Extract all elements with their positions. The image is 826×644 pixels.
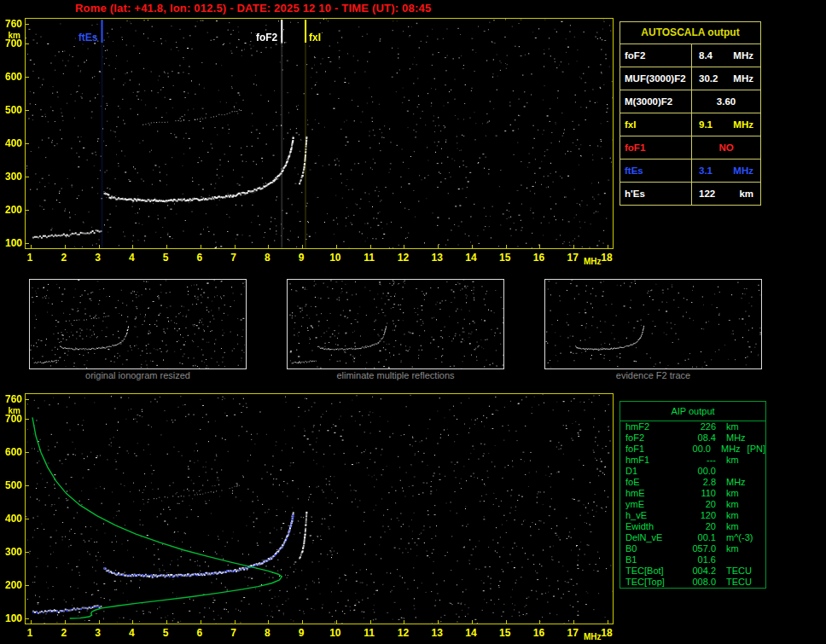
- aip-value: 20: [682, 521, 716, 532]
- x-axis-tick-12-aip: 12: [394, 627, 411, 639]
- aip-extra: [739, 455, 746, 466]
- autoscala-param-label: foF2: [620, 44, 692, 67]
- x-axis-tick-17-main: 17: [564, 252, 581, 264]
- autoscala-value: 3.1: [699, 160, 713, 182]
- autoscala-row-MUF(3000)F2: MUF(3000)F230.2MHz: [620, 67, 760, 90]
- autoscala-value-cell: 3.60: [692, 90, 760, 113]
- x-axis-tick-2-aip: 2: [55, 627, 73, 639]
- x-axis-tick-10-main: 10: [327, 252, 344, 264]
- aip-param: foE: [620, 477, 682, 488]
- aip-row-TEC[Top]: TEC[Top]008.0TECU: [620, 577, 765, 588]
- aip-unit: MHz: [716, 432, 746, 444]
- aip-param: foF2: [620, 432, 682, 444]
- aip-extra: [739, 421, 746, 432]
- aip-row-foF1: foF100.0MHz[PN]: [620, 444, 765, 455]
- y-axis-unit-label-main: km: [0, 31, 20, 40]
- aip-param: B0: [620, 543, 682, 554]
- y-axis-tick-760-main: 760: [0, 18, 22, 30]
- thumbnail-eliminate-canvas: [288, 280, 503, 368]
- aip-value: 00.1: [682, 532, 716, 543]
- autoscala-row-h'Es: h'Es122km: [620, 182, 760, 205]
- aip-extra: [739, 510, 746, 521]
- thumbnail-original-ionogram: [29, 279, 247, 369]
- aip-row-Ewidth: Ewidth20km: [620, 521, 765, 532]
- x-axis-tick-16-main: 16: [530, 252, 547, 264]
- aip-extra: [753, 532, 759, 543]
- aip-param: foF1: [620, 444, 678, 455]
- aip-param: hmF1: [620, 455, 682, 466]
- aip-row-B0: B0057.0km: [620, 543, 765, 554]
- aip-value: 08.4: [682, 432, 716, 444]
- aip-extra: [726, 554, 733, 566]
- aip-unit: TECU: [716, 566, 752, 577]
- aip-unit: km: [716, 488, 739, 499]
- x-axis-tick-1-aip: 1: [21, 627, 38, 639]
- aip-row-hmF1: hmF1---km: [620, 455, 765, 466]
- y-axis-tick-300-aip: 300: [0, 546, 22, 558]
- aip-extra: [746, 432, 753, 444]
- autoscala-param-label: fxI: [620, 113, 692, 136]
- autoscala-value: 30.2: [699, 67, 718, 90]
- autoscala-row-M(3000)F2: M(3000)F23.60: [620, 90, 760, 113]
- autoscala-value: 8.4: [699, 44, 713, 67]
- autoscala-table-rows: foF28.4MHzMUF(3000)F230.2MHzM(3000)F23.6…: [620, 44, 760, 205]
- marker-label-ftEs: ftEs: [79, 32, 98, 44]
- y-axis-tick-400-aip: 400: [0, 513, 22, 525]
- autoscala-value-cell: 9.1MHz: [692, 113, 760, 136]
- aip-value: 008.0: [682, 577, 716, 588]
- aip-unit: km: [716, 455, 739, 466]
- x-axis-tick-8-aip: 8: [259, 627, 276, 639]
- aip-param: Ewidth: [620, 521, 682, 532]
- thumbnail-evidence-canvas: [545, 280, 761, 368]
- aip-row-h_vE: h_vE120km: [620, 510, 765, 521]
- thumbnail-original-canvas: [30, 280, 246, 368]
- x-axis-tick-9-aip: 9: [293, 627, 310, 639]
- aip-unit: MHz: [716, 477, 746, 488]
- y-axis-tick-200-aip: 200: [0, 579, 22, 591]
- x-axis-tick-16-aip: 16: [530, 627, 547, 639]
- aip-param: B1: [620, 554, 682, 566]
- main-ionogram-panel: [25, 18, 614, 249]
- x-axis-tick-3-main: 3: [90, 252, 107, 264]
- x-axis-tick-7-aip: 7: [225, 627, 242, 639]
- y-axis-tick-500-aip: 500: [0, 479, 22, 491]
- autoscala-unit: MHz: [733, 113, 753, 136]
- thumbnail-caption-original: original ionogram resized: [29, 370, 247, 380]
- y-axis-unit-label-aip: km: [0, 406, 20, 415]
- aip-extra: [746, 477, 753, 488]
- aip-unit: km: [716, 421, 739, 432]
- aip-extra: [739, 543, 746, 554]
- autoscala-value: 122: [699, 183, 715, 205]
- autoscala-value: 9.1: [699, 113, 713, 136]
- aip-param: D1: [620, 466, 682, 477]
- autoscala-unit: km: [739, 183, 753, 205]
- x-axis-tick-2-main: 2: [55, 252, 73, 264]
- aip-output-table: AIP output hmF2226kmfoF208.4MHzfoF100.0M…: [620, 401, 766, 589]
- aip-value: 226: [682, 421, 716, 432]
- aip-unit: [716, 554, 726, 566]
- aip-extra: [739, 488, 746, 499]
- autoscala-value-cell: 122km: [692, 183, 760, 205]
- aip-value: 120: [682, 510, 716, 521]
- aip-param: ymE: [620, 499, 682, 510]
- aip-table-header: AIP output: [620, 402, 765, 421]
- aip-extra: [739, 499, 746, 510]
- x-axis-tick-11-main: 11: [361, 252, 378, 264]
- aip-unit: km: [716, 510, 739, 521]
- autoscala-value: NO: [718, 136, 733, 159]
- aip-row-D1: D100.0: [620, 466, 765, 477]
- aip-param: hmE: [620, 488, 682, 499]
- x-axis-tick-8-main: 8: [259, 252, 276, 264]
- aip-row-B1: B101.6: [620, 554, 765, 566]
- y-axis-tick-500-main: 500: [0, 104, 22, 116]
- aip-param: TEC[Bot]: [620, 566, 682, 577]
- aip-extra: [752, 577, 759, 588]
- autoscala-param-label: ftEs: [620, 160, 692, 182]
- x-axis-tick-5-aip: 5: [157, 627, 174, 639]
- aip-row-ymE: ymE20km: [620, 499, 765, 510]
- autoscala-row-ftEs: ftEs3.1MHz: [620, 159, 760, 182]
- thumbnail-eliminate-reflections: [287, 279, 504, 369]
- y-axis-tick-100-aip: 100: [0, 612, 22, 624]
- aip-param: hmF2: [620, 421, 682, 432]
- autoscala-row-fxI: fxI9.1MHz: [620, 113, 760, 136]
